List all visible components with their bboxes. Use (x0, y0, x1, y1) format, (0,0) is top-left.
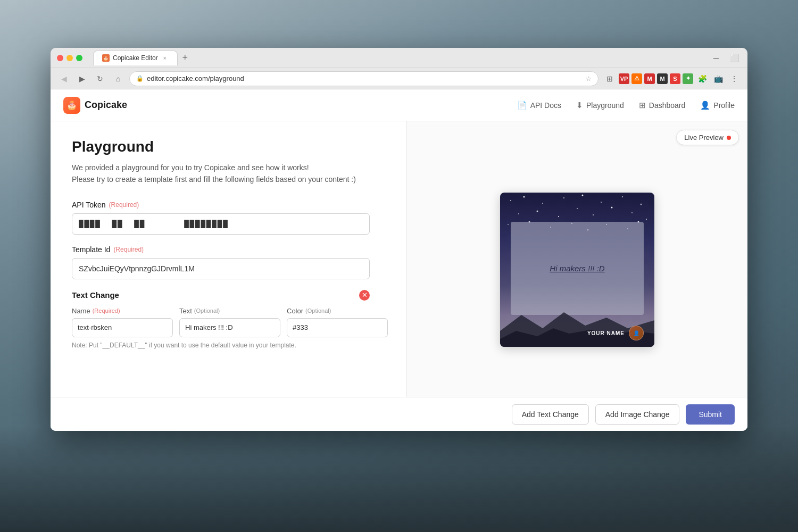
playground-icon: ⬇ (576, 101, 583, 110)
left-panel: Playground We provided a playground for … (51, 121, 407, 397)
ext-puzzle-icon2[interactable]: 🧩 (695, 72, 709, 86)
profile-icon: 👤 (700, 101, 710, 110)
text-change-header: Text Change ✕ (72, 290, 370, 301)
logo-icon: 🎂 (63, 97, 80, 114)
api-token-label: API Token (Required) (72, 201, 385, 209)
preview-image-container: Hi makers !!! :D YOUR NAME 👤 (418, 153, 737, 386)
svg-point-10 (558, 216, 559, 217)
template-id-label: Template Id (Required) (72, 245, 385, 254)
svg-point-4 (582, 195, 584, 196)
dashboard-icon: ⊞ (639, 101, 646, 110)
svg-point-3 (563, 197, 564, 198)
url-text: editor.copicake.com/playground (147, 74, 583, 82)
window-maximize-icon[interactable]: ⬜ (727, 51, 741, 65)
text-change-text-input[interactable] (179, 318, 280, 337)
browser-titlebar: 🎂 Copicake Editor × + ─ ⬜ (51, 48, 747, 68)
menu-icon[interactable]: ⋮ (727, 72, 741, 86)
svg-point-16 (508, 224, 509, 225)
svg-point-11 (577, 208, 578, 209)
your-name-text: YOUR NAME (587, 330, 625, 336)
text-change-title: Text Change (72, 290, 119, 300)
close-button[interactable] (57, 55, 63, 61)
svg-point-6 (622, 196, 623, 197)
maximize-button[interactable] (76, 55, 82, 61)
bottom-toolbar: Add Text Change Add Image Change Submit (51, 397, 747, 431)
page-title: Playground (72, 138, 385, 155)
reload-button[interactable]: ↻ (93, 72, 107, 86)
add-image-change-button[interactable]: Add Image Change (595, 404, 680, 425)
text-field-label: Text (Optional) (179, 307, 280, 315)
ext-alert-icon[interactable]: ⚠ (631, 73, 642, 84)
minimize-button[interactable] (66, 55, 73, 61)
page-description: We provided a playground for you to try … (72, 162, 385, 186)
nav-links: 📄 API Docs ⬇ Playground ⊞ Dashboard 👤 Pr… (517, 101, 735, 110)
tab-favicon-icon: 🎂 (102, 54, 110, 62)
api-token-label-text: API Token (72, 201, 106, 209)
text-change-color-input[interactable] (287, 318, 388, 337)
api-token-group: API Token (Required) (72, 201, 385, 235)
nav-link-profile-label: Profile (713, 101, 735, 110)
nav-link-dashboard[interactable]: ⊞ Dashboard (639, 101, 686, 110)
api-token-input[interactable] (72, 213, 370, 235)
svg-point-2 (542, 203, 543, 204)
browser-tabs: 🎂 Copicake Editor × + (93, 51, 192, 65)
lock-icon: 🔒 (136, 75, 144, 82)
cast-icon[interactable]: 📺 (711, 72, 725, 86)
name-field-group: Name (Required) (72, 307, 173, 337)
nav-link-playground[interactable]: ⬇ Playground (576, 101, 624, 110)
ext-gmail-icon[interactable]: M (644, 73, 655, 84)
ext-puzzle-icon[interactable]: ✦ (683, 73, 693, 84)
svg-point-8 (518, 213, 519, 214)
logo-text: Copicake (85, 99, 127, 111)
svg-point-9 (537, 211, 538, 212)
browser-tab-active[interactable]: 🎂 Copicake Editor × (93, 51, 178, 65)
svg-point-14 (631, 212, 633, 213)
svg-point-5 (601, 202, 602, 203)
text-change-group: Text Change ✕ Name (Required) (72, 290, 385, 349)
toolbar-extensions: ⊞ VP ⚠ M M S ✦ 🧩 📺 ⋮ (603, 72, 741, 86)
nav-link-profile[interactable]: 👤 Profile (700, 101, 735, 110)
bookmark-icon[interactable]: ☆ (586, 75, 592, 82)
ext-vpn-icon[interactable]: VP (619, 73, 629, 84)
remove-text-change-button[interactable]: ✕ (359, 290, 370, 301)
preview-text-card: Hi makers !!! :D (511, 222, 644, 315)
back-button[interactable]: ◀ (57, 72, 71, 86)
color-optional-badge: (Optional) (305, 307, 331, 314)
svg-point-15 (646, 219, 647, 220)
live-preview-button[interactable]: Live Preview (676, 130, 739, 145)
add-text-change-button[interactable]: Add Text Change (512, 404, 589, 425)
template-id-group: Template Id (Required) (72, 245, 385, 279)
new-tab-button[interactable]: + (179, 52, 192, 64)
nav-link-api-docs-label: API Docs (530, 101, 561, 110)
nav-link-playground-label: Playground (586, 101, 624, 110)
preview-bottom-area: YOUR NAME 👤 (587, 326, 644, 340)
ext-skype-icon[interactable]: S (670, 73, 680, 84)
svg-point-13 (611, 207, 613, 209)
svg-point-0 (510, 200, 511, 201)
template-id-required: (Required) (113, 246, 144, 253)
forward-button[interactable]: ▶ (75, 72, 89, 86)
template-id-label-text: Template Id (72, 245, 110, 254)
right-panel: Live Preview (407, 121, 747, 397)
tab-close-button[interactable]: × (161, 54, 169, 62)
name-field-label: Name (Required) (72, 307, 173, 315)
grid-icon[interactable]: ⊞ (603, 72, 617, 86)
home-button[interactable]: ⌂ (111, 72, 125, 86)
window-minimize-icon[interactable]: ─ (709, 51, 723, 65)
app-navbar: 🎂 Copicake 📄 API Docs ⬇ Playground ⊞ Das… (51, 89, 747, 121)
template-id-input[interactable] (72, 258, 370, 279)
ext-m-icon[interactable]: M (657, 73, 668, 84)
nav-link-api-docs[interactable]: 📄 API Docs (517, 101, 561, 110)
tab-title: Copicake Editor (113, 54, 158, 62)
svg-point-7 (641, 204, 642, 205)
text-change-name-input[interactable] (72, 318, 173, 337)
main-layout: Playground We provided a playground for … (51, 121, 747, 397)
color-field-group: Color (Optional) (287, 307, 388, 337)
submit-button[interactable]: Submit (686, 404, 735, 425)
app-logo: 🎂 Copicake (63, 97, 127, 114)
address-bar[interactable]: 🔒 editor.copicake.com/playground ☆ (129, 71, 598, 86)
preview-overlay-text: Hi makers !!! :D (550, 264, 604, 273)
api-docs-icon: 📄 (517, 101, 527, 110)
browser-toolbar: ◀ ▶ ↻ ⌂ 🔒 editor.copicake.com/playground… (51, 68, 747, 89)
page-content: 🎂 Copicake 📄 API Docs ⬇ Playground ⊞ Das… (51, 89, 747, 431)
